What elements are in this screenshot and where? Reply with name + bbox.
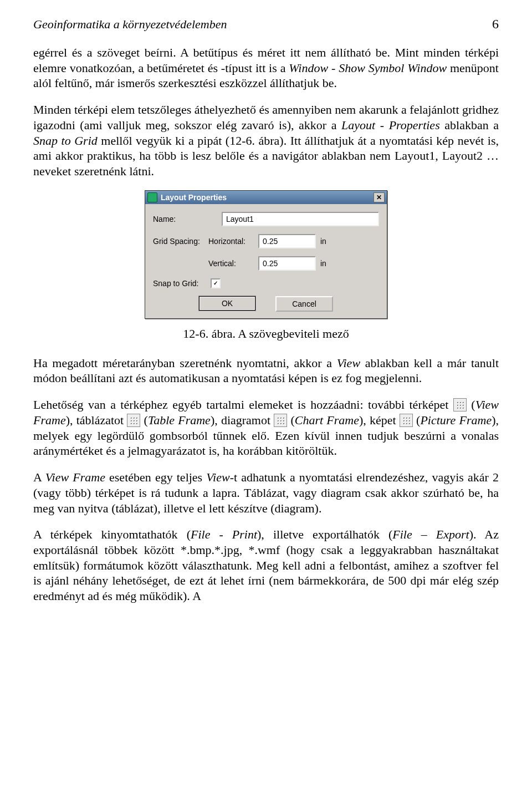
- check-icon: ✓: [213, 281, 218, 286]
- page-header: Geoinformatika a környezetvédelemben 6: [33, 17, 499, 32]
- paragraph-1: egérrel és a szöveget beírni. A betűtípu…: [33, 45, 499, 91]
- cancel-button-label: Cancel: [292, 299, 316, 308]
- paragraph-3: Ha megadott méretarányban szeretnénk nyo…: [33, 355, 499, 386]
- picture-frame-icon: [400, 414, 413, 427]
- text: ), illetve exportálhatók (: [257, 527, 392, 541]
- horizontal-unit: in: [316, 237, 337, 246]
- option-name-text: Snap to Grid: [33, 134, 98, 148]
- grid-vertical-row: Vertical: 0.25 in: [153, 256, 379, 271]
- frame-name-text: Picture Frame: [420, 413, 492, 427]
- text: ablakban a: [440, 118, 499, 132]
- menu-path-text: Layout - Properties: [341, 118, 440, 132]
- paragraph-2: Minden térképi elem tetszőleges áthelyez…: [33, 102, 499, 179]
- menu-path-text: Window - Show Symbol Window: [289, 61, 447, 75]
- layout-properties-dialog: Layout Properties ✕ Name: Layout1 Grid S…: [145, 190, 387, 319]
- snap-label: Snap to Grid:: [153, 279, 208, 288]
- dialog-body: Name: Layout1 Grid Spacing: Horizontal: …: [145, 204, 387, 318]
- horizontal-value: 0.25: [263, 237, 278, 246]
- name-input[interactable]: Layout1: [222, 212, 379, 226]
- page-number: 6: [492, 17, 499, 32]
- text: (: [287, 413, 295, 427]
- text: mellől vegyük ki a pipát (12-6. ábra). I…: [33, 134, 499, 178]
- dialog-title: Layout Properties: [161, 193, 374, 202]
- frame-name-text: View Frame: [45, 470, 105, 484]
- ok-button-label: OK: [222, 299, 233, 308]
- table-frame-icon: [127, 414, 140, 427]
- text: ), táblázatot: [66, 413, 127, 427]
- horizontal-label: Horizontal:: [208, 237, 258, 246]
- document-page: Geoinformatika a környezetvédelemben 6 e…: [0, 0, 532, 637]
- dialog-button-row: OK Cancel: [153, 296, 379, 312]
- frame-name-text: Chart Frame: [295, 413, 359, 427]
- vertical-unit: in: [316, 259, 337, 268]
- dialog-titlebar[interactable]: Layout Properties ✕: [145, 191, 387, 204]
- vertical-value: 0.25: [263, 259, 278, 268]
- vertical-input[interactable]: 0.25: [258, 256, 316, 271]
- frame-name-text: Table Frame: [148, 413, 211, 427]
- text: esetében egy teljes: [105, 470, 206, 484]
- text: A: [33, 470, 45, 484]
- app-icon: [147, 192, 157, 202]
- name-row: Name: Layout1: [153, 212, 379, 226]
- vertical-label: Vertical:: [208, 259, 258, 268]
- text: Ha megadott méretarányban szeretnénk nyo…: [33, 356, 337, 370]
- text: Lehetőség van a térképhez egyéb tartalmi…: [33, 398, 453, 411]
- menu-path-text: File – Export: [392, 527, 469, 541]
- menu-path-text: File - Print: [191, 527, 257, 541]
- name-label: Name:: [153, 215, 208, 223]
- close-button[interactable]: ✕: [374, 192, 385, 202]
- paragraph-6: A térképek kinyomtathatók (File - Print)…: [33, 527, 499, 604]
- name-value: Layout1: [226, 215, 254, 223]
- paragraph-4: Lehetőség van a térképhez egyéb tartalmi…: [33, 397, 499, 459]
- text: A térképek kinyomtathatók (: [33, 527, 191, 541]
- snap-row: Snap to Grid: ✓: [153, 278, 379, 288]
- view-frame-icon: [453, 398, 467, 411]
- horizontal-input[interactable]: 0.25: [258, 234, 316, 248]
- cancel-button[interactable]: Cancel: [275, 296, 333, 312]
- text: (: [413, 413, 421, 427]
- text: ), képet: [359, 413, 400, 427]
- text: (: [467, 398, 475, 411]
- chart-frame-icon: [274, 414, 287, 427]
- grid-spacing-label: Grid Spacing:: [153, 237, 208, 246]
- text: ), diagramot: [211, 413, 274, 427]
- grid-horizontal-row: Grid Spacing: Horizontal: 0.25 in: [153, 234, 379, 248]
- figure-caption: 12-6. ábra. A szövegbeviteli mező: [33, 327, 499, 341]
- header-title: Geoinformatika a környezetvédelemben: [33, 17, 227, 32]
- text: (: [140, 413, 148, 427]
- window-name-text: View: [206, 470, 229, 484]
- window-name-text: View: [337, 356, 360, 370]
- ok-button[interactable]: OK: [199, 296, 255, 311]
- snap-to-grid-checkbox[interactable]: ✓: [211, 278, 221, 288]
- close-icon: ✕: [376, 194, 382, 201]
- paragraph-5: A View Frame esetében egy teljes View-t …: [33, 470, 499, 516]
